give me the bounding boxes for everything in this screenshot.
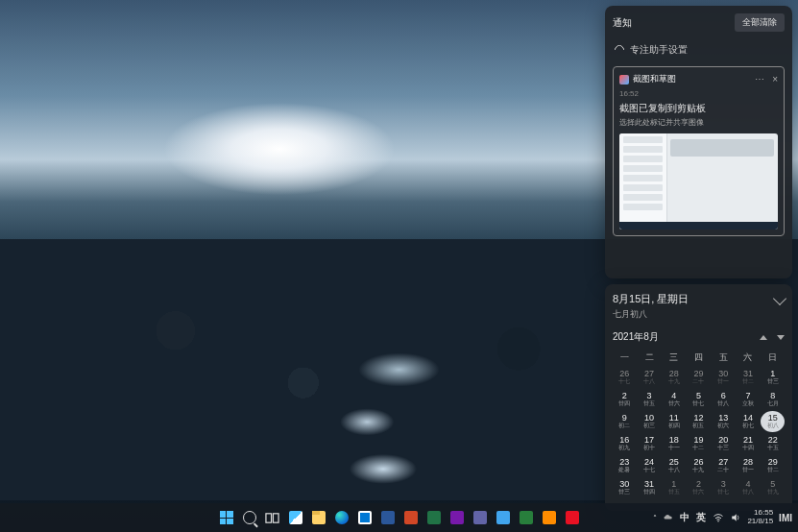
current-date: 8月15日, 星期日 [613,292,689,306]
taskbar-app-4[interactable] [540,508,559,527]
focus-assist-link[interactable]: 专注助手设置 [613,39,785,60]
calendar-day[interactable]: 29二十 [687,367,711,388]
focus-assist-label: 专注助手设置 [630,43,688,57]
taskbar-app-1[interactable] [471,508,490,527]
calendar-grid: 一二三四五六日26十七27十八28十九29二十30廿一31廿二1廿三2廿四3廿五… [613,350,785,498]
calendar-day[interactable]: 31廿四 [638,477,662,498]
calendar-day[interactable]: 22十五 [761,433,785,454]
search-button[interactable] [240,508,259,527]
start-button[interactable] [217,508,236,527]
calendar-day[interactable]: 4廿八 [737,477,761,498]
weekday-header: 一 [613,350,637,366]
taskbar-center [217,508,582,527]
notif-app-name: 截图和草图 [633,73,676,85]
clock-date: 21/8/15 [747,518,773,526]
calendar-day[interactable]: 7立秋 [737,389,761,410]
calendar-day[interactable]: 19十二 [687,433,711,454]
calendar-day[interactable]: 16初九 [613,433,637,454]
taskbar: ˄ 中 英 16:55 21/8/15 IMI [0,503,798,532]
current-lunar-date: 七月初八 [613,308,689,321]
calendar-day[interactable]: 3廿七 [712,477,736,498]
svg-rect-1 [273,513,278,521]
weekday-header: 六 [737,350,761,366]
calendar-day[interactable]: 21十四 [737,433,761,454]
taskbar-app-5[interactable] [563,508,582,527]
notif-time: 16:52 [619,89,778,98]
weekday-header: 三 [662,350,686,366]
clock-button[interactable]: 16:55 21/8/15 [747,509,773,526]
calendar-day[interactable]: 29廿二 [761,455,785,476]
calendar-day[interactable]: 15初八 [761,411,785,432]
ime-lang[interactable]: 英 [696,511,707,524]
calendar-day[interactable]: 25十八 [662,455,686,476]
widgets-button[interactable] [286,508,305,527]
file-explorer-button[interactable] [309,508,328,527]
notif-close-button[interactable]: × [772,74,778,85]
calendar-day[interactable]: 11初四 [662,411,686,432]
calendar-day[interactable]: 12初五 [687,411,711,432]
calendar-day[interactable]: 9初二 [613,411,637,432]
store-button[interactable] [355,508,375,527]
notif-title: 通知 [613,16,632,30]
powerpoint-button[interactable] [401,508,421,527]
calendar-day[interactable]: 27十八 [638,367,662,388]
calendar-day[interactable]: 27二十 [712,455,736,476]
calendar-day[interactable]: 28廿一 [737,455,761,476]
tray-overflow-button[interactable]: ˄ [653,514,657,522]
calendar-day[interactable]: 5廿九 [761,477,785,498]
weekday-header: 日 [761,350,785,366]
svg-point-2 [718,520,720,522]
prev-month-button[interactable] [760,335,767,340]
calendar-day[interactable]: 23处暑 [613,455,637,476]
notif-screenshot-thumbnail [619,133,778,230]
clear-all-button[interactable]: 全部清除 [735,13,785,32]
month-label[interactable]: 2021年8月 [613,330,659,344]
notification-panel: 通知 全部清除 专注助手设置 截图和草图 ⋯ × 16:52 截图已复制到剪贴板… [605,6,792,278]
volume-icon[interactable] [730,512,741,523]
calendar-day[interactable]: 28十九 [662,367,686,388]
calendar-day[interactable]: 24十七 [638,455,662,476]
calendar-day[interactable]: 2廿四 [613,389,637,410]
calendar-day[interactable]: 26十九 [687,455,711,476]
notif-more-button[interactable]: ⋯ [755,74,764,85]
calendar-day[interactable]: 14初七 [737,411,761,432]
calendar-day[interactable]: 18十一 [662,433,686,454]
onenote-button[interactable] [447,508,467,527]
edge-button[interactable] [332,508,351,527]
calendar-day[interactable]: 10初三 [638,411,662,432]
task-view-button[interactable] [263,508,282,527]
taskbar-app-2[interactable] [494,508,513,527]
imi-indicator[interactable]: IMI [779,513,792,523]
wifi-icon[interactable] [713,512,724,523]
calendar-day[interactable]: 8七月 [761,389,785,410]
ime-mode[interactable]: 中 [680,511,690,524]
calendar-day[interactable]: 3廿五 [638,389,662,410]
snip-sketch-icon [619,75,629,85]
moon-icon [613,43,626,57]
calendar-day[interactable]: 5廿七 [687,389,711,410]
calendar-day[interactable]: 4廿六 [662,389,686,410]
notif-card-subtitle: 选择此处标记并共享图像 [619,117,778,128]
calendar-day[interactable]: 20十三 [712,433,736,454]
calendar-day[interactable]: 31廿二 [737,367,761,388]
calendar-day[interactable]: 13初六 [712,411,736,432]
notification-card[interactable]: 截图和草图 ⋯ × 16:52 截图已复制到剪贴板 选择此处标记并共享图像 [613,66,785,236]
calendar-day[interactable]: 26十七 [613,367,637,388]
calendar-day[interactable]: 6廿八 [712,389,736,410]
word-button[interactable] [378,508,398,527]
next-month-button[interactable] [777,335,785,340]
calendar-day[interactable]: 1廿三 [761,367,785,388]
calendar-panel: 8月15日, 星期日 七月初八 2021年8月 一二三四五六日26十七27十八2… [605,284,792,511]
weekday-header: 二 [638,350,662,366]
weekday-header: 四 [687,350,711,366]
calendar-day[interactable]: 17初十 [638,433,662,454]
taskbar-app-3[interactable] [517,508,536,527]
calendar-day[interactable]: 2廿六 [687,477,711,498]
calendar-day[interactable]: 1廿五 [662,477,686,498]
onedrive-icon[interactable] [663,512,674,523]
calendar-day[interactable]: 30廿三 [613,477,637,498]
excel-button[interactable] [424,508,444,527]
calendar-day[interactable]: 30廿一 [712,367,736,388]
svg-rect-0 [266,513,272,521]
collapse-button[interactable] [773,292,786,305]
